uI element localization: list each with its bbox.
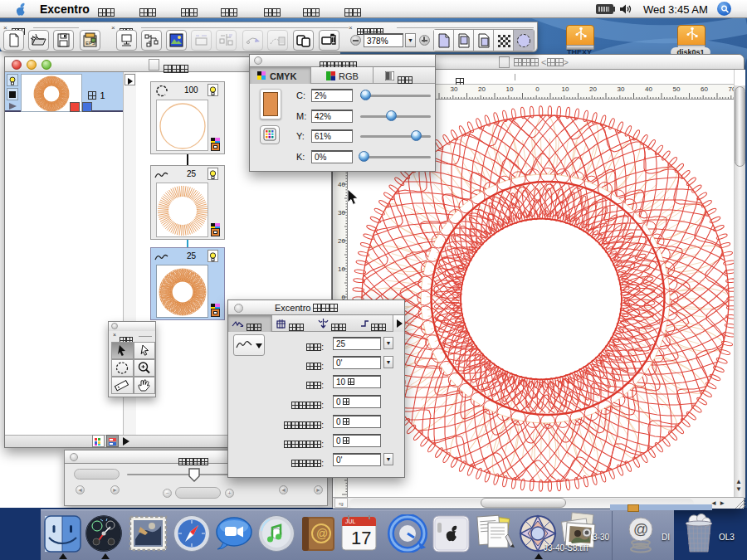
svg-text:JUL: JUL (345, 519, 356, 524)
svg-text:17: 17 (351, 528, 371, 548)
svg-text:@: @ (316, 527, 328, 540)
svg-text:@: @ (633, 521, 648, 538)
